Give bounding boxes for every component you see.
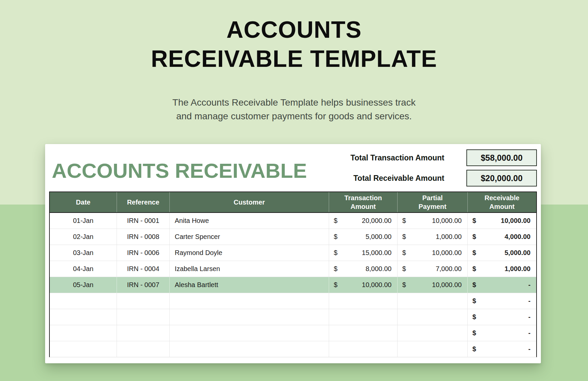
page-subtitle: The Accounts Receivable Template helps b… [0,96,588,123]
cell-customer[interactable]: Raymond Doyle [170,245,329,261]
amount-value: 8,000.00 [365,265,392,273]
cell-transaction-amount[interactable] [329,341,398,357]
amount-value: 10,000.00 [432,249,462,257]
cell-reference[interactable]: IRN - 0008 [117,229,170,245]
cell-date[interactable] [50,325,117,341]
currency-symbol: $ [472,233,476,241]
currency-symbol: $ [472,313,476,321]
cell-reference[interactable]: IRN - 0004 [117,261,170,277]
currency-symbol: $ [334,265,337,273]
column-header-date: Date [50,192,117,212]
column-header-partial-payment: Partial Payment [398,192,468,212]
cell-transaction-amount[interactable] [329,309,398,325]
page-title: ACCOUNTS RECEIVABLE TEMPLATE [0,15,588,74]
amount-value: - [528,329,531,337]
sheet-card: ACCOUNTS RECEIVABLE Total Transaction Am… [45,144,541,363]
cell-customer[interactable]: Alesha Bartlett [170,277,329,293]
table-row: 03-JanIRN - 0006Raymond Doyle$15,000.00$… [50,245,536,261]
cell-customer[interactable]: Carter Spencer [170,229,329,245]
cell-date[interactable]: 03-Jan [50,245,117,261]
amount-value: 5,000.00 [504,249,531,257]
amount-value: - [528,281,531,289]
cell-receivable-amount[interactable]: $- [468,341,536,357]
cell-partial-payment[interactable]: $10,000.00 [398,213,468,229]
cell-transaction-amount[interactable] [329,293,398,309]
cell-partial-payment[interactable] [398,293,468,309]
cell-date[interactable]: 04-Jan [50,261,117,277]
total-receivable-row: Total Receivable Amount $20,000.00 [350,170,537,186]
column-header-receivable-amount: Receivable Amount [468,192,536,212]
cell-transaction-amount[interactable]: $8,000.00 [329,261,398,277]
amount-value: 10,000.00 [362,281,392,289]
cell-receivable-amount[interactable]: $- [468,277,536,293]
table-row: 02-JanIRN - 0008Carter Spencer$5,000.00$… [50,229,536,245]
currency-symbol: $ [472,265,476,273]
amount-value: 1,000.00 [504,265,531,273]
cell-receivable-amount[interactable]: $5,000.00 [468,245,536,261]
currency-symbol: $ [472,345,476,353]
currency-symbol: $ [334,233,337,241]
cell-date[interactable] [50,341,117,357]
cell-receivable-amount[interactable]: $1,000.00 [468,261,536,277]
cell-customer[interactable] [170,325,329,341]
cell-partial-payment[interactable]: $10,000.00 [398,245,468,261]
cell-customer[interactable]: Anita Howe [170,213,329,229]
page-subtitle-line-1: The Accounts Receivable Template helps b… [0,96,588,109]
cell-date[interactable]: 05-Jan [50,277,117,293]
cell-customer[interactable] [170,309,329,325]
cell-reference[interactable] [117,293,170,309]
cell-date[interactable]: 02-Jan [50,229,117,245]
cell-partial-payment[interactable] [398,325,468,341]
currency-symbol: $ [472,329,476,337]
cell-partial-payment[interactable]: $10,000.00 [398,277,468,293]
table-row: 04-JanIRN - 0004Izabella Larsen$8,000.00… [50,261,536,277]
amount-value: 5,000.00 [365,233,392,241]
cell-customer[interactable] [170,293,329,309]
cell-transaction-amount[interactable]: $20,000.00 [329,213,398,229]
cell-transaction-amount[interactable]: $15,000.00 [329,245,398,261]
cell-partial-payment[interactable]: $1,000.00 [398,229,468,245]
total-receivable-value[interactable]: $20,000.00 [466,170,537,186]
page-title-line-1: ACCOUNTS [0,15,588,44]
cell-transaction-amount[interactable]: $5,000.00 [329,229,398,245]
amount-value: 10,000.00 [432,281,462,289]
cell-partial-payment[interactable] [398,309,468,325]
cell-transaction-amount[interactable] [329,325,398,341]
cell-receivable-amount[interactable]: $10,000.00 [468,213,536,229]
cell-transaction-amount[interactable]: $10,000.00 [329,277,398,293]
cell-receivable-amount[interactable]: $- [468,309,536,325]
amount-value: 10,000.00 [501,217,531,225]
currency-symbol: $ [402,217,406,225]
amount-value: - [528,297,531,305]
amount-value: - [528,313,531,321]
cell-customer[interactable]: Izabella Larsen [170,261,329,277]
column-header-customer: Customer [170,192,329,212]
table-row: $- [50,341,536,357]
cell-date[interactable]: 01-Jan [50,213,117,229]
cell-reference[interactable]: IRN - 0006 [117,245,170,261]
cell-reference[interactable] [117,325,170,341]
amount-value: 1,000.00 [436,233,462,241]
cell-receivable-amount[interactable]: $- [468,293,536,309]
cell-date[interactable] [50,309,117,325]
currency-symbol: $ [334,249,337,257]
currency-symbol: $ [402,265,406,273]
cell-receivable-amount[interactable]: $- [468,325,536,341]
amount-value: 20,000.00 [362,217,392,225]
cell-reference[interactable] [117,341,170,357]
amount-value: 10,000.00 [432,217,462,225]
total-transaction-value[interactable]: $58,000.00 [466,149,537,166]
currency-symbol: $ [402,281,406,289]
cell-reference[interactable] [117,309,170,325]
currency-symbol: $ [472,249,476,257]
cell-partial-payment[interactable] [398,341,468,357]
cell-customer[interactable] [170,341,329,357]
cell-partial-payment[interactable]: $7,000.00 [398,261,468,277]
currency-symbol: $ [402,249,406,257]
cell-date[interactable] [50,293,117,309]
sheet-heading: ACCOUNTS RECEIVABLE [52,159,307,182]
totals-panel: Total Transaction Amount $58,000.00 Tota… [350,149,537,190]
cell-receivable-amount[interactable]: $4,000.00 [468,229,536,245]
cell-reference[interactable]: IRN - 0007 [117,277,170,293]
cell-reference[interactable]: IRN - 0001 [117,213,170,229]
